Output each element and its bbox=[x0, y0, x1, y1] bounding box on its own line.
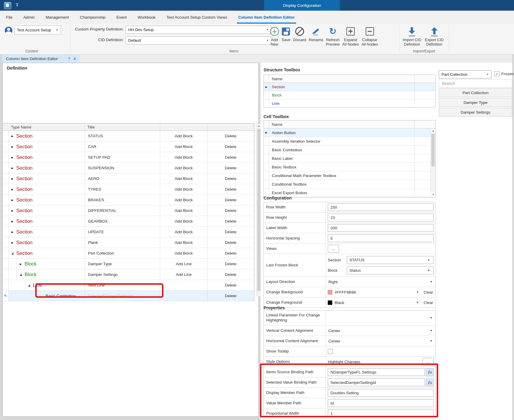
row-title[interactable]: AERO bbox=[85, 173, 160, 184]
delete-link[interactable]: Delete bbox=[208, 248, 254, 258]
properties-combo-linked-parameter-for-change-highlighting[interactable]: ▼ bbox=[328, 316, 434, 319]
table-row[interactable]: ▶SectionUPDATEAdd BlockDelete bbox=[3, 227, 254, 237]
configuration-combo-section[interactable]: STATUS▼ bbox=[347, 256, 434, 264]
frozen-toggle[interactable]: ✓ Frozen bbox=[494, 71, 514, 76]
preview-button-damper-type[interactable]: Damper Type bbox=[439, 98, 512, 107]
collapse-all-nodes-button[interactable]: −Collapse All Nodes bbox=[362, 25, 378, 47]
add-block-link[interactable]: Add Block bbox=[160, 163, 208, 173]
cid-definition-combo[interactable]: Default ▼ bbox=[126, 36, 271, 44]
menu-tab-test-account-setup-custom-views[interactable]: Test Account Setup Custom Views bbox=[166, 11, 227, 24]
configuration-views-ellipsis-button[interactable]: ... bbox=[328, 245, 339, 252]
table-row[interactable]: ▶SectionCARAdd BlockDelete bbox=[3, 141, 254, 152]
expander-collapsed-icon[interactable]: ▶ bbox=[9, 156, 16, 159]
delete-link[interactable]: Delete bbox=[208, 280, 254, 290]
list-item-line[interactable]: Line bbox=[264, 99, 436, 107]
export-cid-definition-button[interactable]: Export CID Definition bbox=[425, 25, 444, 47]
expander-collapsed-icon[interactable]: ▶ bbox=[9, 220, 16, 223]
delete-link[interactable]: Delete bbox=[208, 237, 254, 248]
add-block-link[interactable]: Add Block bbox=[160, 195, 208, 205]
row-title[interactable]: STATUS bbox=[85, 131, 160, 141]
row-title[interactable]: CAR bbox=[85, 141, 160, 152]
save-button[interactable]: Save bbox=[282, 25, 290, 42]
delete-link[interactable]: Delete bbox=[208, 173, 254, 184]
delete-link[interactable]: Delete bbox=[208, 216, 254, 226]
add-block-link[interactable]: Add Block bbox=[160, 237, 208, 248]
list-item-action-button[interactable]: ▶Action Button bbox=[264, 128, 436, 137]
add-block-link[interactable]: Add Block bbox=[160, 227, 208, 237]
expander-collapsed-icon[interactable]: ▶ bbox=[9, 145, 16, 148]
expander-collapsed-icon[interactable]: ▶ bbox=[9, 167, 16, 170]
properties-input-selected-value-binding-path[interactable]: SelectedDamperSettingId bbox=[328, 379, 425, 386]
expander-collapsed-icon[interactable]: ▶ bbox=[9, 231, 16, 234]
table-row[interactable]: ▶SectionDIFFERENTIALAdd BlockDelete bbox=[3, 205, 254, 216]
scrollbar-thumb[interactable] bbox=[257, 129, 261, 291]
add-block-link[interactable]: Add Block bbox=[160, 152, 208, 162]
list-item-basic-label[interactable]: Basic Label bbox=[264, 154, 436, 163]
table-row[interactable]: ✎Basic ComboboxSelectedDamperSettingIdDe… bbox=[3, 291, 254, 301]
add-line-link[interactable]: Add Line bbox=[160, 259, 208, 269]
delete-link[interactable]: Delete bbox=[208, 291, 254, 301]
list-item-conditional-math-parameter-textbox[interactable]: Conditional Math Parameter Textbox bbox=[264, 171, 436, 180]
scroll-down-icon[interactable]: ▼ bbox=[431, 192, 436, 197]
expand-all-nodes-button[interactable]: +Expand All Nodes bbox=[342, 25, 359, 47]
delete-link[interactable]: Delete bbox=[208, 259, 254, 269]
properties-input-proportional-width[interactable]: 1 bbox=[328, 410, 434, 417]
expander-collapsed-icon[interactable]: ▶ bbox=[9, 188, 16, 191]
delete-link[interactable]: Delete bbox=[208, 152, 254, 162]
help-icon[interactable]: ? bbox=[68, 57, 70, 61]
table-row[interactable]: ▶SectionSTATUSAdd BlockDelete bbox=[3, 131, 254, 141]
list-item-basic-textbox[interactable]: Basic Textbox bbox=[264, 163, 436, 171]
expander-collapsed-icon[interactable]: ▶ bbox=[9, 135, 16, 138]
configuration-input-horizontal-spacing[interactable]: 5 bbox=[328, 234, 434, 242]
table-row[interactable]: ▶BlockDamper TypeAdd LineDelete bbox=[3, 259, 254, 269]
delete-link[interactable]: Delete bbox=[208, 205, 254, 216]
row-title[interactable]: New Line bbox=[85, 280, 160, 290]
menu-tab-championship[interactable]: Championship bbox=[80, 11, 105, 24]
configuration-combo-block[interactable]: Status▼ bbox=[347, 266, 434, 274]
row-title[interactable]: Part Collection bbox=[85, 248, 160, 258]
expander-collapsed-icon[interactable]: ▶ bbox=[17, 263, 25, 265]
list-item-section[interactable]: ▶Section bbox=[264, 83, 436, 91]
table-row[interactable]: ▶SectionSUSPENSIONAdd BlockDelete bbox=[3, 163, 254, 173]
row-title[interactable]: TYRES bbox=[85, 184, 160, 194]
row-title[interactable]: Damper Settings bbox=[85, 269, 160, 280]
search-input[interactable] bbox=[439, 79, 512, 88]
properties-input-value-member-path[interactable]: Id bbox=[328, 399, 434, 407]
add-new-button[interactable]: +Add New bbox=[270, 25, 279, 47]
menu-tab-column-item-definition-editor[interactable]: Column Item Definition Editor bbox=[238, 11, 295, 24]
cell-toolbox-scrollbar[interactable]: ▲▼ bbox=[431, 128, 436, 197]
quick-access-dropdown-icon[interactable]: ▼ bbox=[16, 4, 18, 7]
context-account-combo[interactable]: Test Account Setup ▼ bbox=[14, 25, 61, 34]
table-row[interactable]: ◢BlockDamper SettingsAdd LineDelete bbox=[3, 269, 254, 280]
list-item-block[interactable]: Block bbox=[264, 91, 436, 99]
row-title[interactable]: BRAKES bbox=[85, 195, 160, 205]
delete-link[interactable]: Delete bbox=[208, 141, 254, 152]
row-title[interactable]: Plank bbox=[85, 237, 160, 248]
row-title[interactable]: SelectedDamperSettingId bbox=[85, 291, 160, 301]
table-row[interactable]: ◢LineNew LineDelete bbox=[3, 280, 254, 291]
configuration-input-row-height[interactable]: 23 bbox=[328, 214, 434, 221]
expander-collapsed-icon[interactable]: ▶ bbox=[9, 199, 16, 202]
clear-link[interactable]: Clear bbox=[424, 290, 433, 295]
import-cid-definition-button[interactable]: Import CID Definition bbox=[403, 25, 421, 47]
expander-collapsed-icon[interactable]: ▶ bbox=[9, 177, 16, 180]
add-block-link[interactable]: Add Block bbox=[160, 173, 208, 184]
row-title[interactable]: SUSPENSION bbox=[85, 163, 160, 173]
fx-binding-icon[interactable]: ƒx bbox=[426, 379, 434, 387]
chevron-down-icon[interactable]: ▼ bbox=[416, 291, 419, 294]
preview-type-combo[interactable]: Part Collection ▼ bbox=[439, 70, 491, 78]
configuration-input-row-width[interactable]: 250 bbox=[328, 203, 434, 211]
list-item-conditional-textbox[interactable]: Conditional Textbox bbox=[264, 180, 436, 189]
expander-expanded-icon[interactable]: ◢ bbox=[9, 252, 16, 255]
menu-tab-workbook[interactable]: Workbook bbox=[138, 11, 156, 24]
add-block-link[interactable]: Add Block bbox=[160, 184, 208, 194]
table-row[interactable]: ▶SectionAEROAdd BlockDelete bbox=[3, 173, 254, 184]
document-tab[interactable]: Column Item Definition Editor ? ✕ bbox=[2, 54, 80, 63]
custom-property-definition-combo[interactable]: HH Dev Setup ▼ bbox=[126, 26, 271, 34]
delete-link[interactable]: Delete bbox=[208, 131, 254, 141]
scrollbar-thumb[interactable] bbox=[431, 134, 435, 166]
delete-link[interactable]: Delete bbox=[208, 227, 254, 237]
row-title[interactable]: GEARBOX bbox=[85, 216, 160, 226]
delete-link[interactable]: Delete bbox=[208, 163, 254, 173]
properties-checkbox-show-tooltip[interactable] bbox=[328, 349, 333, 354]
